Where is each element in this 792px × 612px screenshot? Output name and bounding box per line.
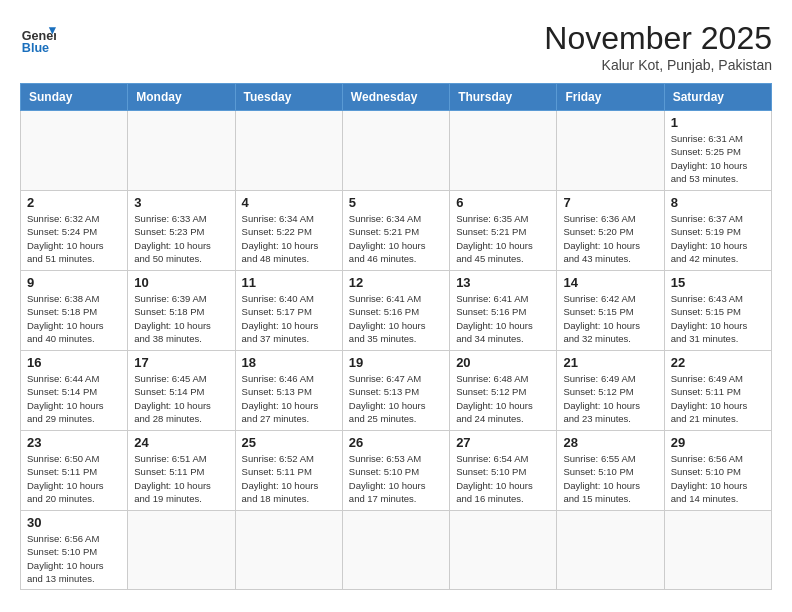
day-info: Sunrise: 6:53 AM Sunset: 5:10 PM Dayligh… bbox=[349, 452, 443, 505]
calendar-cell: 9Sunrise: 6:38 AM Sunset: 5:18 PM Daylig… bbox=[21, 271, 128, 351]
day-info: Sunrise: 6:34 AM Sunset: 5:21 PM Dayligh… bbox=[349, 212, 443, 265]
day-number: 17 bbox=[134, 355, 228, 370]
day-number: 30 bbox=[27, 515, 121, 530]
week-row-5: 23Sunrise: 6:50 AM Sunset: 5:11 PM Dayli… bbox=[21, 431, 772, 511]
svg-text:Blue: Blue bbox=[22, 41, 49, 55]
day-number: 29 bbox=[671, 435, 765, 450]
calendar: SundayMondayTuesdayWednesdayThursdayFrid… bbox=[20, 83, 772, 590]
calendar-cell: 30Sunrise: 6:56 AM Sunset: 5:10 PM Dayli… bbox=[21, 511, 128, 590]
calendar-cell: 8Sunrise: 6:37 AM Sunset: 5:19 PM Daylig… bbox=[664, 191, 771, 271]
calendar-cell: 10Sunrise: 6:39 AM Sunset: 5:18 PM Dayli… bbox=[128, 271, 235, 351]
calendar-cell: 6Sunrise: 6:35 AM Sunset: 5:21 PM Daylig… bbox=[450, 191, 557, 271]
day-info: Sunrise: 6:55 AM Sunset: 5:10 PM Dayligh… bbox=[563, 452, 657, 505]
day-number: 11 bbox=[242, 275, 336, 290]
day-info: Sunrise: 6:54 AM Sunset: 5:10 PM Dayligh… bbox=[456, 452, 550, 505]
weekday-header-saturday: Saturday bbox=[664, 84, 771, 111]
day-info: Sunrise: 6:43 AM Sunset: 5:15 PM Dayligh… bbox=[671, 292, 765, 345]
calendar-cell: 3Sunrise: 6:33 AM Sunset: 5:23 PM Daylig… bbox=[128, 191, 235, 271]
weekday-header-wednesday: Wednesday bbox=[342, 84, 449, 111]
page-header: General Blue November 2025 Kalur Kot, Pu… bbox=[20, 20, 772, 73]
day-info: Sunrise: 6:48 AM Sunset: 5:12 PM Dayligh… bbox=[456, 372, 550, 425]
logo-icon: General Blue bbox=[20, 20, 56, 56]
day-info: Sunrise: 6:36 AM Sunset: 5:20 PM Dayligh… bbox=[563, 212, 657, 265]
day-number: 21 bbox=[563, 355, 657, 370]
day-info: Sunrise: 6:44 AM Sunset: 5:14 PM Dayligh… bbox=[27, 372, 121, 425]
calendar-cell bbox=[557, 111, 664, 191]
day-info: Sunrise: 6:42 AM Sunset: 5:15 PM Dayligh… bbox=[563, 292, 657, 345]
week-row-4: 16Sunrise: 6:44 AM Sunset: 5:14 PM Dayli… bbox=[21, 351, 772, 431]
weekday-header-sunday: Sunday bbox=[21, 84, 128, 111]
calendar-cell: 22Sunrise: 6:49 AM Sunset: 5:11 PM Dayli… bbox=[664, 351, 771, 431]
day-info: Sunrise: 6:31 AM Sunset: 5:25 PM Dayligh… bbox=[671, 132, 765, 185]
day-info: Sunrise: 6:35 AM Sunset: 5:21 PM Dayligh… bbox=[456, 212, 550, 265]
day-number: 15 bbox=[671, 275, 765, 290]
day-number: 12 bbox=[349, 275, 443, 290]
day-number: 4 bbox=[242, 195, 336, 210]
month-title: November 2025 bbox=[544, 20, 772, 57]
weekday-header-friday: Friday bbox=[557, 84, 664, 111]
calendar-cell: 15Sunrise: 6:43 AM Sunset: 5:15 PM Dayli… bbox=[664, 271, 771, 351]
calendar-cell: 11Sunrise: 6:40 AM Sunset: 5:17 PM Dayli… bbox=[235, 271, 342, 351]
day-number: 22 bbox=[671, 355, 765, 370]
day-number: 1 bbox=[671, 115, 765, 130]
day-number: 3 bbox=[134, 195, 228, 210]
day-number: 9 bbox=[27, 275, 121, 290]
calendar-cell bbox=[128, 111, 235, 191]
day-number: 18 bbox=[242, 355, 336, 370]
week-row-3: 9Sunrise: 6:38 AM Sunset: 5:18 PM Daylig… bbox=[21, 271, 772, 351]
calendar-cell bbox=[235, 111, 342, 191]
day-number: 23 bbox=[27, 435, 121, 450]
day-info: Sunrise: 6:33 AM Sunset: 5:23 PM Dayligh… bbox=[134, 212, 228, 265]
calendar-cell: 14Sunrise: 6:42 AM Sunset: 5:15 PM Dayli… bbox=[557, 271, 664, 351]
day-number: 28 bbox=[563, 435, 657, 450]
calendar-cell bbox=[450, 111, 557, 191]
calendar-cell: 7Sunrise: 6:36 AM Sunset: 5:20 PM Daylig… bbox=[557, 191, 664, 271]
calendar-cell bbox=[342, 111, 449, 191]
logo: General Blue bbox=[20, 20, 56, 56]
calendar-cell: 2Sunrise: 6:32 AM Sunset: 5:24 PM Daylig… bbox=[21, 191, 128, 271]
calendar-cell: 24Sunrise: 6:51 AM Sunset: 5:11 PM Dayli… bbox=[128, 431, 235, 511]
day-info: Sunrise: 6:46 AM Sunset: 5:13 PM Dayligh… bbox=[242, 372, 336, 425]
day-number: 16 bbox=[27, 355, 121, 370]
calendar-cell: 21Sunrise: 6:49 AM Sunset: 5:12 PM Dayli… bbox=[557, 351, 664, 431]
location: Kalur Kot, Punjab, Pakistan bbox=[544, 57, 772, 73]
weekday-header-thursday: Thursday bbox=[450, 84, 557, 111]
day-info: Sunrise: 6:49 AM Sunset: 5:12 PM Dayligh… bbox=[563, 372, 657, 425]
day-info: Sunrise: 6:39 AM Sunset: 5:18 PM Dayligh… bbox=[134, 292, 228, 345]
day-info: Sunrise: 6:45 AM Sunset: 5:14 PM Dayligh… bbox=[134, 372, 228, 425]
day-number: 6 bbox=[456, 195, 550, 210]
calendar-cell bbox=[235, 511, 342, 590]
day-number: 20 bbox=[456, 355, 550, 370]
day-number: 7 bbox=[563, 195, 657, 210]
calendar-cell: 23Sunrise: 6:50 AM Sunset: 5:11 PM Dayli… bbox=[21, 431, 128, 511]
day-info: Sunrise: 6:47 AM Sunset: 5:13 PM Dayligh… bbox=[349, 372, 443, 425]
calendar-cell: 4Sunrise: 6:34 AM Sunset: 5:22 PM Daylig… bbox=[235, 191, 342, 271]
week-row-6: 30Sunrise: 6:56 AM Sunset: 5:10 PM Dayli… bbox=[21, 511, 772, 590]
day-info: Sunrise: 6:38 AM Sunset: 5:18 PM Dayligh… bbox=[27, 292, 121, 345]
weekday-header-monday: Monday bbox=[128, 84, 235, 111]
calendar-cell: 25Sunrise: 6:52 AM Sunset: 5:11 PM Dayli… bbox=[235, 431, 342, 511]
day-number: 27 bbox=[456, 435, 550, 450]
calendar-cell bbox=[21, 111, 128, 191]
calendar-cell bbox=[128, 511, 235, 590]
calendar-cell: 5Sunrise: 6:34 AM Sunset: 5:21 PM Daylig… bbox=[342, 191, 449, 271]
day-number: 25 bbox=[242, 435, 336, 450]
day-info: Sunrise: 6:50 AM Sunset: 5:11 PM Dayligh… bbox=[27, 452, 121, 505]
calendar-cell: 13Sunrise: 6:41 AM Sunset: 5:16 PM Dayli… bbox=[450, 271, 557, 351]
day-number: 24 bbox=[134, 435, 228, 450]
day-info: Sunrise: 6:37 AM Sunset: 5:19 PM Dayligh… bbox=[671, 212, 765, 265]
calendar-cell: 28Sunrise: 6:55 AM Sunset: 5:10 PM Dayli… bbox=[557, 431, 664, 511]
calendar-cell bbox=[664, 511, 771, 590]
calendar-cell: 26Sunrise: 6:53 AM Sunset: 5:10 PM Dayli… bbox=[342, 431, 449, 511]
week-row-2: 2Sunrise: 6:32 AM Sunset: 5:24 PM Daylig… bbox=[21, 191, 772, 271]
calendar-cell: 19Sunrise: 6:47 AM Sunset: 5:13 PM Dayli… bbox=[342, 351, 449, 431]
day-info: Sunrise: 6:52 AM Sunset: 5:11 PM Dayligh… bbox=[242, 452, 336, 505]
weekday-header-tuesday: Tuesday bbox=[235, 84, 342, 111]
weekday-header-row: SundayMondayTuesdayWednesdayThursdayFrid… bbox=[21, 84, 772, 111]
calendar-cell: 29Sunrise: 6:56 AM Sunset: 5:10 PM Dayli… bbox=[664, 431, 771, 511]
day-info: Sunrise: 6:41 AM Sunset: 5:16 PM Dayligh… bbox=[456, 292, 550, 345]
day-info: Sunrise: 6:34 AM Sunset: 5:22 PM Dayligh… bbox=[242, 212, 336, 265]
day-number: 19 bbox=[349, 355, 443, 370]
calendar-cell bbox=[450, 511, 557, 590]
calendar-cell: 17Sunrise: 6:45 AM Sunset: 5:14 PM Dayli… bbox=[128, 351, 235, 431]
